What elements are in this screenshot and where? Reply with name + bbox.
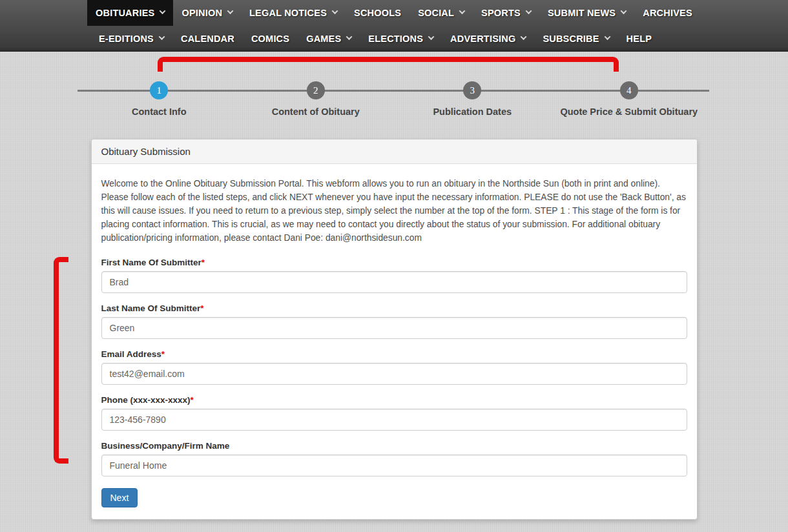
- step-2-label: Content of Obituary: [238, 107, 395, 117]
- nav-item-submit-news[interactable]: SUBMIT NEWS: [539, 0, 634, 26]
- nav-item-archives[interactable]: ARCHIVES: [634, 0, 701, 26]
- required-asterisk: *: [202, 258, 205, 267]
- nav-item-help[interactable]: HELP: [618, 26, 660, 51]
- nav-item-opinion[interactable]: OPINION: [173, 0, 241, 26]
- email-input[interactable]: [101, 363, 687, 385]
- step-4-label: Quote Price & Submit Obituary: [551, 107, 708, 117]
- chevron-down-icon: [332, 8, 338, 14]
- email-label: Email Address*: [101, 349, 687, 359]
- nav-item-obituaries[interactable]: OBITUARIES: [87, 0, 173, 26]
- step-3-label: Publication Dates: [394, 107, 551, 117]
- nav-row-1: OBITUARIES OPINION LEGAL NOTICES SCHOOLS…: [0, 0, 788, 26]
- first-name-input[interactable]: [101, 271, 687, 293]
- required-asterisk: *: [161, 349, 165, 359]
- form-group-email: Email Address*: [101, 349, 687, 385]
- nav-item-sports[interactable]: SPORTS: [473, 0, 539, 26]
- step-3-publication-dates[interactable]: 3 Publication Dates: [394, 81, 551, 117]
- nav-item-legal-notices[interactable]: LEGAL NOTICES: [241, 0, 346, 26]
- chevron-down-icon: [521, 34, 527, 40]
- phone-label: Phone (xxx-xxx-xxxx)*: [101, 395, 687, 405]
- form-group-business-name: Business/Company/Firm Name: [101, 441, 687, 476]
- chevron-down-icon: [428, 34, 435, 40]
- chevron-down-icon: [160, 8, 166, 14]
- main-navbar: OBITUARIES OPINION LEGAL NOTICES SCHOOLS…: [0, 0, 788, 52]
- form-group-phone: Phone (xxx-xxx-xxxx)*: [101, 395, 687, 431]
- form-group-first-name: First Name Of Submitter*: [101, 258, 687, 293]
- chevron-down-icon: [346, 34, 353, 40]
- chevron-down-icon: [159, 34, 165, 40]
- step-1-circle[interactable]: 1: [150, 81, 168, 99]
- step-3-circle[interactable]: 3: [463, 81, 481, 99]
- business-name-input[interactable]: [101, 455, 687, 476]
- phone-input[interactable]: [101, 409, 687, 431]
- panel-body: Welcome to the Online Obituary Submissio…: [92, 164, 697, 519]
- obituary-submission-panel: Obituary Submission Welcome to the Onlin…: [91, 139, 698, 520]
- chevron-down-icon: [459, 8, 466, 14]
- nav-item-games[interactable]: GAMES: [298, 26, 360, 51]
- nav-item-comics[interactable]: COMICS: [243, 26, 298, 51]
- nav-row-2: E-EDITIONS CALENDAR COMICS GAMES ELECTIO…: [0, 26, 788, 51]
- business-name-label: Business/Company/Firm Name: [101, 441, 687, 451]
- last-name-input[interactable]: [101, 317, 687, 339]
- first-name-label: First Name Of Submitter*: [101, 258, 687, 267]
- form-group-last-name: Last Name Of Submitter*: [101, 303, 687, 339]
- step-wizard: 1 Contact Info 2 Content of Obituary 3 P…: [81, 81, 707, 117]
- step-4-quote-price-submit[interactable]: 4 Quote Price & Submit Obituary: [551, 81, 708, 117]
- step-4-circle[interactable]: 4: [620, 81, 638, 99]
- nav-item-e-editions[interactable]: E-EDITIONS: [90, 26, 172, 51]
- chevron-down-icon: [604, 34, 610, 40]
- annotation-bracket-left: [54, 257, 68, 464]
- step-2-circle[interactable]: 2: [307, 81, 325, 99]
- chevron-down-icon: [227, 8, 234, 14]
- intro-text: Welcome to the Online Obituary Submissio…: [101, 177, 687, 245]
- step-1-contact-info[interactable]: 1 Contact Info: [81, 81, 238, 117]
- nav-item-calendar[interactable]: CALENDAR: [172, 26, 243, 51]
- step-2-content-of-obituary[interactable]: 2 Content of Obituary: [238, 81, 395, 117]
- step-1-label: Contact Info: [81, 107, 238, 117]
- panel-title: Obituary Submission: [92, 139, 697, 164]
- required-asterisk: *: [191, 395, 194, 405]
- nav-item-schools[interactable]: SCHOOLS: [346, 0, 410, 26]
- nav-item-social[interactable]: SOCIAL: [410, 0, 473, 26]
- next-button[interactable]: Next: [101, 488, 138, 507]
- nav-item-advertising[interactable]: ADVERTISING: [442, 26, 534, 51]
- nav-item-elections[interactable]: ELECTIONS: [360, 26, 442, 51]
- required-asterisk: *: [200, 303, 203, 313]
- chevron-down-icon: [525, 8, 532, 14]
- chevron-down-icon: [621, 8, 627, 14]
- nav-item-subscribe[interactable]: SUBSCRIBE: [534, 26, 617, 51]
- last-name-label: Last Name Of Submitter*: [101, 303, 687, 313]
- annotation-bracket-top: [158, 57, 619, 72]
